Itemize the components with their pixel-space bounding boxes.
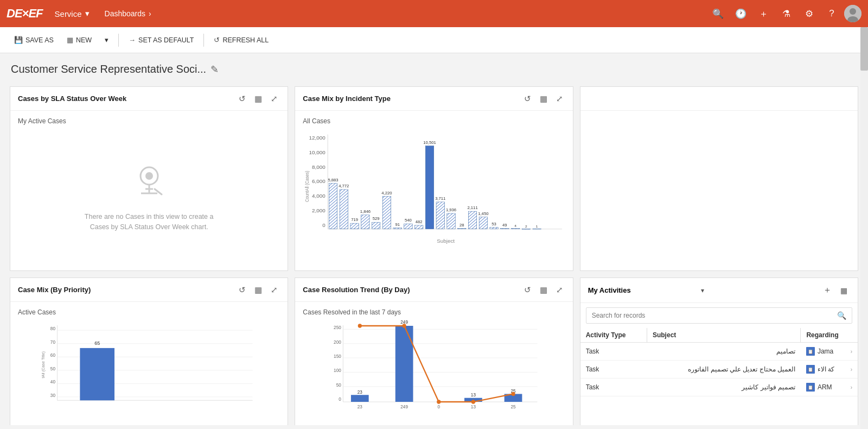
settings-icon-btn[interactable]: ⚙ <box>799 3 819 24</box>
card-resolution-grid-icon[interactable]: ▦ <box>538 284 550 296</box>
toolbar-divider-2 <box>203 34 204 47</box>
svg-text:60: 60 <box>50 353 56 358</box>
history-icon-btn[interactable]: 🕐 <box>730 3 751 24</box>
svg-text:23: 23 <box>358 405 363 409</box>
activities-grid-icon[interactable]: ▦ <box>838 285 850 296</box>
user-avatar[interactable] <box>844 5 861 22</box>
help-icon-btn[interactable]: ? <box>821 3 842 24</box>
svg-text:50: 50 <box>336 383 342 388</box>
row2-type: Task <box>580 361 647 378</box>
card-resolution-refresh-icon[interactable]: ↺ <box>522 284 533 296</box>
filter-icon-btn[interactable]: ⚗ <box>776 3 796 24</box>
card-priority-refresh-icon[interactable]: ↺ <box>237 284 248 296</box>
svg-rect-42 <box>447 213 455 229</box>
set-default-button[interactable]: → SET AS DEFAULT <box>123 33 199 47</box>
svg-point-100 <box>358 324 362 327</box>
page-title-bar: Customer Service Representative Soci... … <box>0 53 868 83</box>
activities-chevron-icon[interactable]: ▾ <box>701 287 704 294</box>
search-submit-icon[interactable]: 🔍 <box>832 308 852 323</box>
search-input[interactable] <box>586 308 832 323</box>
svg-text:49: 49 <box>502 223 507 227</box>
new-button[interactable]: ▦ NEW <box>61 33 97 47</box>
svg-rect-20 <box>329 183 337 229</box>
card-incident-refresh-icon[interactable]: ↺ <box>522 93 533 105</box>
card-activities: My Activities ▾ ＋ ▦ 🔍 Activity Type Subj… <box>580 277 858 425</box>
card-priority-expand-icon[interactable]: ⤢ <box>269 284 280 296</box>
card-resolution-expand-icon[interactable]: ⤢ <box>554 284 565 296</box>
card-sla-expand-icon[interactable]: ⤢ <box>269 93 280 105</box>
svg-rect-93 <box>395 326 413 402</box>
svg-text:13: 13 <box>471 393 476 398</box>
card-sla-title: Cases by SLA Status Over Week <box>18 94 232 103</box>
page-title-edit-icon[interactable]: ✎ <box>210 64 219 75</box>
card-incident-subtitle: All Cases <box>303 117 565 125</box>
svg-text:4: 4 <box>515 224 517 228</box>
svg-text:13: 13 <box>471 405 476 409</box>
card-priority-subtitle: Active Cases <box>18 308 280 316</box>
row1-record-icon: 📋 <box>806 347 815 356</box>
set-default-label: SET AS DEFAULT <box>138 36 194 44</box>
card-sla-subtitle: My Active Cases <box>18 117 280 125</box>
svg-rect-34 <box>404 224 412 229</box>
card-priority-title: Case Mix (By Priority) <box>18 286 232 294</box>
card-incident-grid-icon[interactable]: ▦ <box>538 93 550 105</box>
dashboard-grid: Cases by SLA Status Over Week ↺ ▦ ⤢ My A… <box>0 83 868 425</box>
card-priority: Case Mix (By Priority) ↺ ▦ ⤢ Active Case… <box>10 277 288 425</box>
card-sla-refresh-icon[interactable]: ↺ <box>237 93 248 105</box>
row2-record-icon: 📋 <box>806 365 815 374</box>
card-sla-grid-icon[interactable]: ▦ <box>252 93 264 105</box>
card-priority-body: Active Cases 80 70 60 50 40 30 <box>10 302 288 425</box>
save-as-icon: 💾 <box>14 36 23 44</box>
refresh-button[interactable]: ↺ REFRESH ALL <box>208 33 274 47</box>
save-as-button[interactable]: 💾 SAVE AS <box>9 33 59 47</box>
nav-dashboards[interactable]: Dashboards › <box>97 0 159 27</box>
svg-text:65: 65 <box>94 340 100 346</box>
svg-rect-26 <box>361 215 369 229</box>
svg-text:0: 0 <box>438 405 441 409</box>
svg-rect-52 <box>501 229 509 229</box>
card-resolution-body: Cases Resolved in the last 7 days 250 20… <box>295 302 572 425</box>
svg-rect-44 <box>458 229 466 229</box>
activities-table-wrapper: Activity Type Subject Regarding Task تصا… <box>580 328 858 425</box>
svg-rect-75 <box>80 348 114 400</box>
card-priority-grid-icon[interactable]: ▦ <box>252 284 264 296</box>
row1-regarding: 📋 Jama › <box>801 343 858 361</box>
new-dropdown-chevron: ▾ <box>105 36 108 44</box>
card-incident: Case Mix by Incident Type ↺ ▦ ⤢ All Case… <box>295 86 573 271</box>
row2-subject: العميل محتاج تعديل علي تصميم الفاتوره <box>647 361 800 378</box>
row3-type: Task <box>580 378 647 396</box>
row3-regarding-label: ARM <box>818 383 832 391</box>
svg-rect-40 <box>436 202 444 229</box>
svg-text:10,000: 10,000 <box>309 150 326 155</box>
card-resolution-header: Case Resolution Trend (By Day) ↺ ▦ ⤢ <box>295 278 572 302</box>
row3-subject: تصميم فواتير كاشير <box>647 378 800 396</box>
nav-icons: 🔍 🕐 ＋ ⚗ ⚙ ? <box>707 3 861 24</box>
add-icon-btn[interactable]: ＋ <box>753 3 774 24</box>
svg-text:1,936: 1,936 <box>446 208 456 212</box>
svg-text:2: 2 <box>525 224 527 228</box>
card-incident-expand-icon[interactable]: ⤢ <box>554 93 565 105</box>
search-icon-btn[interactable]: 🔍 <box>707 3 728 24</box>
card-empty-body <box>580 111 858 270</box>
scrollbar-thumb[interactable] <box>860 27 868 71</box>
svg-point-1 <box>850 8 856 15</box>
svg-text:1,450: 1,450 <box>478 211 489 216</box>
svg-point-104 <box>512 392 515 396</box>
new-label: NEW <box>76 36 92 44</box>
svg-text:80: 80 <box>50 326 56 331</box>
card-priority-header: Case Mix (By Priority) ↺ ▦ ⤢ <box>10 278 288 302</box>
nav-service[interactable]: Service ▾ <box>47 0 97 27</box>
row1-type: Task <box>580 343 647 361</box>
svg-point-103 <box>471 400 475 403</box>
new-dropdown-btn[interactable]: ▾ <box>99 33 114 47</box>
card-sla-body: My Active Cases There are no Cases in th… <box>10 111 288 270</box>
activities-add-icon[interactable]: ＋ <box>820 283 834 297</box>
card-empty-header <box>580 87 858 111</box>
svg-text:10,501: 10,501 <box>424 140 436 144</box>
svg-text:1,846: 1,846 <box>360 209 371 213</box>
activities-header: My Activities ▾ ＋ ▦ <box>580 278 858 303</box>
refresh-icon: ↺ <box>214 36 220 44</box>
svg-text:CountAll (Cases): CountAll (Cases) <box>305 171 310 202</box>
main-scrollbar[interactable] <box>860 27 868 429</box>
nav-service-chevron: ▾ <box>85 9 90 18</box>
